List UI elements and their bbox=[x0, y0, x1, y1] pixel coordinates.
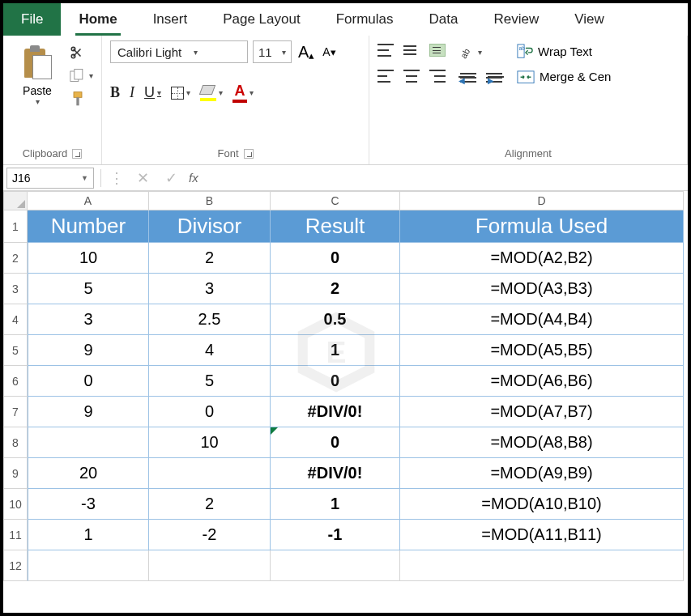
tab-review[interactable]: Review bbox=[476, 3, 557, 36]
cell[interactable]: 0 bbox=[271, 366, 400, 397]
dialog-launcher-icon[interactable] bbox=[244, 149, 254, 159]
cell[interactable]: 2 bbox=[149, 243, 271, 274]
tab-view[interactable]: View bbox=[557, 3, 622, 36]
tab-insert[interactable]: Insert bbox=[135, 3, 206, 36]
col-header[interactable]: C bbox=[271, 191, 400, 210]
dialog-launcher-icon[interactable] bbox=[72, 149, 82, 159]
cell[interactable]: -2 bbox=[149, 520, 271, 550]
cell[interactable]: 3 bbox=[149, 274, 271, 304]
row-header[interactable]: 6 bbox=[3, 366, 28, 397]
enter-formula-button[interactable]: ✓ bbox=[157, 169, 186, 187]
align-bottom-button[interactable] bbox=[429, 44, 446, 57]
row-header[interactable]: 5 bbox=[3, 335, 28, 366]
cell[interactable]: =MOD(A5,B5) bbox=[400, 335, 684, 366]
align-right-button[interactable] bbox=[429, 70, 446, 83]
cell[interactable] bbox=[271, 550, 400, 581]
fill-color-button[interactable]: ▾ bbox=[200, 85, 223, 101]
row-header[interactable]: 7 bbox=[3, 397, 28, 427]
tab-page-layout[interactable]: Page Layout bbox=[205, 3, 318, 36]
tab-data[interactable]: Data bbox=[412, 3, 476, 36]
col-header[interactable]: D bbox=[400, 191, 684, 210]
cell[interactable]: 20 bbox=[28, 458, 149, 489]
tab-file[interactable]: File bbox=[3, 3, 61, 36]
cell[interactable]: =MOD(A9,B9) bbox=[400, 458, 684, 489]
cell[interactable]: 4 bbox=[149, 335, 271, 366]
tab-formulas[interactable]: Formulas bbox=[318, 3, 412, 36]
cell[interactable]: 10 bbox=[28, 243, 149, 274]
row-header[interactable]: 4 bbox=[3, 304, 28, 335]
font-name-combo[interactable]: Calibri Light ▾ bbox=[110, 40, 248, 63]
font-size-combo[interactable]: 11 ▾ bbox=[253, 40, 292, 63]
cell[interactable]: 1 bbox=[271, 335, 400, 366]
row-header[interactable]: 11 bbox=[3, 520, 28, 550]
bold-button[interactable]: B bbox=[110, 84, 120, 101]
name-box[interactable]: J16 ▼ bbox=[6, 168, 94, 189]
cell[interactable]: Formula Used bbox=[400, 210, 684, 243]
wrap-text-button[interactable]: ab Wrap Text bbox=[517, 44, 611, 58]
format-painter-button[interactable] bbox=[70, 91, 93, 107]
underline-button[interactable]: U▾ bbox=[144, 84, 161, 101]
align-middle-button[interactable] bbox=[403, 44, 420, 57]
orientation-button[interactable]: ▾ bbox=[460, 44, 482, 60]
cell[interactable]: 2.5 bbox=[149, 304, 271, 335]
row-header[interactable]: 9 bbox=[3, 458, 28, 489]
cell[interactable]: 2 bbox=[149, 489, 271, 520]
cell[interactable]: 9 bbox=[28, 397, 149, 427]
cell[interactable]: 5 bbox=[28, 274, 149, 304]
cell[interactable] bbox=[149, 458, 271, 489]
align-top-button[interactable] bbox=[377, 44, 394, 57]
decrease-indent-button[interactable]: ◀ bbox=[460, 73, 476, 86]
copy-button[interactable]: ▾ bbox=[70, 68, 93, 83]
cell[interactable] bbox=[28, 427, 149, 458]
cell[interactable]: =MOD(A8,B8) bbox=[400, 427, 684, 458]
fx-label[interactable]: fx bbox=[186, 171, 202, 185]
italic-button[interactable]: I bbox=[130, 84, 134, 101]
row-header[interactable]: 12 bbox=[3, 550, 28, 581]
cell[interactable]: 0 bbox=[149, 397, 271, 427]
cell[interactable] bbox=[400, 550, 684, 581]
cell[interactable]: =MOD(A3,B3) bbox=[400, 274, 684, 304]
cell[interactable]: =MOD(A6,B6) bbox=[400, 366, 684, 397]
cut-button[interactable] bbox=[70, 45, 93, 60]
align-left-button[interactable] bbox=[377, 70, 394, 83]
select-all-corner[interactable] bbox=[3, 191, 28, 210]
cell[interactable]: =MOD(A7,B7) bbox=[400, 397, 684, 427]
cell[interactable]: 0.5 bbox=[271, 304, 400, 335]
row-header[interactable]: 2 bbox=[3, 243, 28, 274]
cell[interactable]: #DIV/0! bbox=[271, 458, 400, 489]
align-center-button[interactable] bbox=[403, 70, 420, 83]
cell[interactable]: =MOD(A4,B4) bbox=[400, 304, 684, 335]
paste-button[interactable]: Paste ▾ bbox=[11, 40, 63, 106]
increase-indent-button[interactable]: ▶ bbox=[486, 73, 502, 86]
merge-center-button[interactable]: Merge & Cen bbox=[517, 70, 611, 83]
row-header[interactable]: 3 bbox=[3, 274, 28, 304]
borders-button[interactable]: ▾ bbox=[171, 87, 190, 100]
cell[interactable]: 0 bbox=[271, 427, 400, 458]
cell[interactable]: 0 bbox=[28, 366, 149, 397]
cell[interactable]: 5 bbox=[149, 366, 271, 397]
cell[interactable]: =MOD(A11,B11) bbox=[400, 520, 684, 550]
tab-home[interactable]: Home bbox=[61, 3, 134, 36]
row-header[interactable]: 1 bbox=[3, 210, 28, 243]
cell[interactable] bbox=[149, 550, 271, 581]
cell[interactable]: -1 bbox=[271, 520, 400, 550]
cell[interactable]: 1 bbox=[271, 489, 400, 520]
cell[interactable]: =MOD(A10,B10) bbox=[400, 489, 684, 520]
cell[interactable]: 10 bbox=[149, 427, 271, 458]
cell[interactable]: #DIV/0! bbox=[271, 397, 400, 427]
cell[interactable] bbox=[28, 550, 149, 581]
col-header[interactable]: B bbox=[149, 191, 271, 210]
cell[interactable]: 2 bbox=[271, 274, 400, 304]
cancel-formula-button[interactable]: ✕ bbox=[129, 169, 157, 187]
cell[interactable]: 9 bbox=[28, 335, 149, 366]
cell[interactable]: -3 bbox=[28, 489, 149, 520]
cell[interactable]: Number bbox=[28, 210, 149, 243]
row-header[interactable]: 8 bbox=[3, 427, 28, 458]
increase-font-button[interactable]: A▴ bbox=[296, 43, 316, 62]
col-header[interactable]: A bbox=[28, 191, 149, 210]
cell[interactable]: 1 bbox=[28, 520, 149, 550]
row-header[interactable]: 10 bbox=[3, 489, 28, 520]
cell[interactable]: =MOD(A2,B2) bbox=[400, 243, 684, 274]
decrease-font-button[interactable]: A▾ bbox=[321, 45, 337, 58]
cell[interactable]: Result bbox=[271, 210, 400, 243]
